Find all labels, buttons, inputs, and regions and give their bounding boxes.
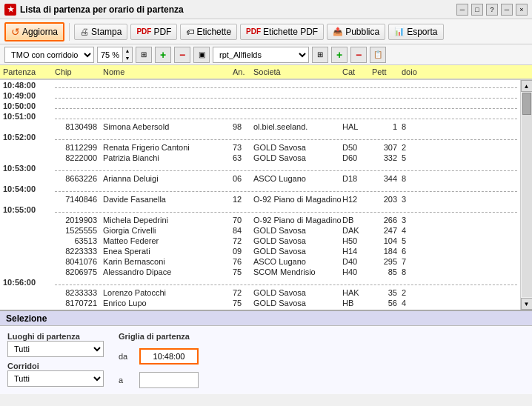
header-chip: Chip <box>55 67 103 76</box>
aggiorna-button[interactable]: ↺ Aggiorna <box>4 22 64 41</box>
cell-chip: 7140846 <box>55 195 103 204</box>
help-button[interactable]: ? <box>486 4 498 16</box>
view-button[interactable]: ▣ <box>193 47 210 63</box>
time-label: 10:48:00 <box>3 81 55 90</box>
cell-societa: ol.biel.seeland. <box>253 122 342 131</box>
time-separator: 10:55:00 <box>0 204 520 215</box>
scrollbar[interactable]: ▲ ▼ <box>520 80 532 310</box>
cell-chip: 8112299 <box>55 143 103 152</box>
table-row[interactable]: 8112299 Renata Frigerio Cantoni 73 GOLD … <box>0 142 520 153</box>
esporta-button[interactable]: 📊 Esporta <box>388 24 443 40</box>
a-input[interactable] <box>139 372 199 388</box>
table-row[interactable]: 7140846 Davide Fasanella 12 O-92 Piano d… <box>0 194 520 204</box>
selezione-body: Luoghi di partenza Tutti Corridoi Tutti … <box>0 326 532 394</box>
da-row: da <box>119 348 199 365</box>
table-row[interactable]: 8663226 Arianna Deluigi 06 ASCO Lugano D… <box>0 173 520 184</box>
cell-an: 75 <box>233 299 253 307</box>
table-row[interactable]: 8206975 Alessandro Dipace 75 SCOM Mendri… <box>0 267 520 277</box>
pubblica-label: Pubblica <box>345 27 379 37</box>
cell-doio: 2 <box>402 288 428 297</box>
cell-chip: 8663226 <box>55 174 103 183</box>
restore-button[interactable]: □ <box>471 4 483 16</box>
zoom-control: 75 % ▲ ▼ <box>97 47 133 63</box>
table-row[interactable]: 2019903 Michela Depedrini 70 O-92 Piano … <box>0 215 520 225</box>
aggiorna-label: Aggiorna <box>22 27 58 37</box>
time-separator: 10:56:00 <box>0 277 520 287</box>
time-separator: 10:53:00 <box>0 163 520 173</box>
grid-view-button[interactable]: ⊞ <box>136 47 152 63</box>
cell-an: 72 <box>233 288 253 297</box>
remove-button-1[interactable]: − <box>174 47 190 63</box>
luoghi-label: Luoghi di partenza <box>7 332 104 341</box>
cell-doio: 6 <box>402 247 428 256</box>
cell-doio: 5 <box>402 236 428 245</box>
cell-cat: H14 <box>342 247 372 256</box>
minimize-button[interactable]: ─ <box>456 4 468 16</box>
add-button-1[interactable]: + <box>155 47 171 63</box>
scroll-up-button[interactable]: ▲ <box>521 80 533 92</box>
cell-an: 12 <box>233 195 253 204</box>
data-table[interactable]: 10:48:00 10:49:00 10:50:00 10:51:00 8130… <box>0 80 520 310</box>
print-icon: 🖨 <box>80 27 89 37</box>
table-row[interactable]: 8130498 Simona Aebersold 98 ol.biel.seel… <box>0 122 520 132</box>
cell-societa: GOLD Savosa <box>253 143 342 152</box>
pubblica-button[interactable]: 📤 Pubblica <box>327 24 385 40</box>
zoom-down-button[interactable]: ▼ <box>123 55 132 62</box>
cell-nome: Enea Sperati <box>103 247 233 256</box>
toolbar-sep-1 <box>69 23 70 41</box>
layout-dropdown[interactable]: TMO con corridoio <box>4 47 94 63</box>
etichette-pdf-button[interactable]: PDF Etichette PDF <box>240 24 324 40</box>
scroll-thumb[interactable] <box>522 93 531 115</box>
luoghi-dropdown[interactable]: Tutti <box>7 341 104 357</box>
cell-cat: HAL <box>342 122 372 131</box>
etichette-button[interactable]: 🏷 Etichette <box>180 24 237 40</box>
cell-pett: 295 <box>372 257 402 266</box>
cell-nome: Patrizia Bianchi <box>103 153 233 162</box>
remove-button-2[interactable]: − <box>350 47 367 63</box>
cell-chip: 8206975 <box>55 267 103 276</box>
table-row[interactable]: 8041076 Karin Bernasconi 76 ASCO Lugano … <box>0 256 520 267</box>
table-row[interactable]: 8222000 Patrizia Bianchi 63 GOLD Savosa … <box>0 153 520 163</box>
cell-pett: 203 <box>372 195 402 204</box>
rpt-settings-button[interactable]: ⊞ <box>312 47 328 63</box>
stampa-button[interactable]: 🖨 Stampa <box>74 24 127 40</box>
cell-cat: H12 <box>342 195 372 204</box>
cell-pett: 247 <box>372 226 402 235</box>
cell-societa: GOLD Savosa <box>253 153 342 162</box>
time-dash-line <box>55 170 517 171</box>
cell-chip: 8170721 <box>55 299 103 307</box>
rpt-dropdown[interactable]: rpt_Allfields <box>213 47 309 63</box>
export-rpt-button[interactable]: 📋 <box>370 47 386 63</box>
refresh-icon: ↺ <box>11 26 20 38</box>
time-label: 10:56:00 <box>3 278 55 287</box>
cell-pett: 266 <box>372 216 402 224</box>
table-row[interactable]: 8170721 Enrico Lupo 75 GOLD Savosa HB 56… <box>0 298 520 308</box>
table-row[interactable]: 63513 Matteo Federer 72 GOLD Savosa H50 … <box>0 236 520 246</box>
cell-an: 09 <box>233 247 253 256</box>
cell-doio: 3 <box>402 216 428 224</box>
griglia-label: Griglia di partenza <box>119 332 199 341</box>
da-input[interactable] <box>139 348 199 365</box>
scroll-track[interactable] <box>522 93 532 297</box>
add-button-2[interactable]: + <box>331 47 348 63</box>
pdf-button[interactable]: PDF PDF <box>130 24 177 40</box>
time-separator: 10:50:00 <box>0 101 520 111</box>
table-row[interactable]: 8223333 Enea Sperati 09 GOLD Savosa H14 … <box>0 246 520 256</box>
corridoi-dropdown[interactable]: Tutti <box>7 370 104 387</box>
da-label: da <box>119 352 133 361</box>
time-label: 10:50:00 <box>3 102 55 110</box>
close-button[interactable]: × <box>516 4 528 16</box>
scroll-down-button[interactable]: ▼ <box>521 298 533 310</box>
cell-cat: H50 <box>342 236 372 245</box>
table-row[interactable]: 8233333 Lorenzo Patocchi 72 GOLD Savosa … <box>0 287 520 298</box>
main-content: 10:48:00 10:49:00 10:50:00 10:51:00 8130… <box>0 80 532 310</box>
time-label: 10:53:00 <box>3 164 55 173</box>
cell-doio: 5 <box>402 153 428 162</box>
table-row[interactable]: 1525555 Giorgia Crivelli 84 GOLD Savosa … <box>0 225 520 236</box>
time-dash-line <box>55 284 517 285</box>
selezione-header: Selezione <box>0 310 532 326</box>
export-icon: 📊 <box>394 27 405 36</box>
label-pdf-icon: PDF <box>246 27 261 36</box>
zoom-up-button[interactable]: ▲ <box>123 47 132 55</box>
selezione-title: Selezione <box>6 313 47 324</box>
